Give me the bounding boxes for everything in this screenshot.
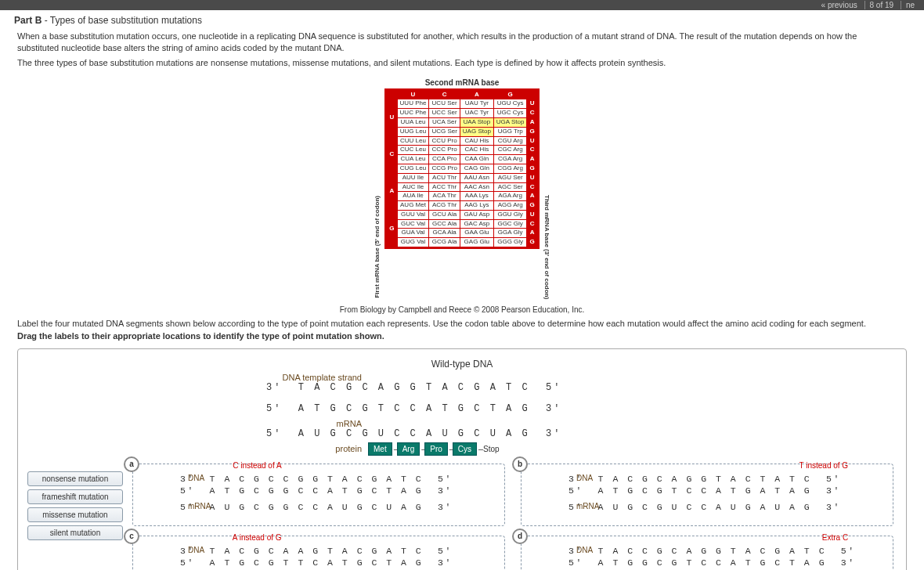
drag-drop-workspace: Wild-type DNA DNA template strand3' T A … (17, 348, 907, 570)
aa-chip: Stop (482, 443, 501, 455)
mutation-panel-d[interactable]: dExtra CDNA3' T A C C G C A G G T A C G … (521, 536, 893, 570)
mut-dna2: 5' A T G C G G C C A T G C T A G 3' (180, 485, 453, 496)
mut-dna1: 3' T A C G C A A G T A C G A T C 5' (180, 546, 453, 556)
codon-left-axis: First mRNA base (5' end of codon) (372, 194, 382, 300)
aa-chip: Met (368, 442, 392, 456)
wild-dna-bot: 5' A T G C G T C C A T G C T A G 3' (266, 403, 561, 414)
page-counter: 8 of 19 (864, 1, 899, 9)
panel-badge: a (124, 456, 139, 472)
mutation-grid: aC instead of ADNA3' T A C G C C G G T A… (126, 464, 900, 570)
codon-right-axis: Third mRNA base (3' end of codon) (542, 193, 552, 301)
wild-type-block: Wild-type DNA DNA template strand3' T A … (266, 359, 658, 456)
task-line1: Label the four mutated DNA segments show… (17, 319, 907, 328)
wild-type-title: Wild-type DNA (266, 359, 658, 370)
dna-label: DNA (576, 474, 593, 482)
panel-badge: d (512, 529, 528, 544)
mutation-note: Extra C (822, 533, 848, 542)
mutation-panel-c[interactable]: cA instead of GDNA3' T A C G C A A G T A… (132, 536, 505, 570)
mut-dna2: 5' A T G G C G T C C A T G C T A G 3' (568, 557, 856, 568)
drag-label[interactable]: silent mutation (27, 525, 123, 540)
dna-label: DNA (188, 546, 204, 554)
mutation-note: C instead of A (233, 461, 281, 470)
wild-dna-top: 3' T A C G C A G G T A C G A T C 5' (266, 382, 561, 393)
label-protein: protein (266, 444, 368, 453)
codon-top-caption: Second mRNA base (0, 78, 924, 87)
mut-dna1: 3' T A C G C C G G T A C G A T C 5' (180, 474, 453, 484)
aa-chip: Cys (453, 442, 477, 456)
dna-label: DNA (188, 474, 204, 482)
label-mrna: mRNA (266, 419, 368, 428)
aa-chip: Arg (397, 442, 420, 456)
intro-p1: When a base substitution mutation occurs… (17, 31, 883, 54)
mut-mrna: 5' A U G C G G C C A U G C U A G 3' (180, 502, 453, 512)
panel-badge: b (512, 456, 528, 472)
intro-p2: The three types of base substitution mut… (17, 57, 883, 69)
wild-protein-row: Met–Arg–Pro–Cys–Stop (368, 444, 503, 453)
part-label: Part B (14, 15, 42, 26)
part-title-text: Types of base substitution mutations (50, 15, 202, 26)
mutation-note: T instead of G (799, 461, 848, 470)
top-nav-bar: « previous 8 of 19 ne (0, 0, 924, 10)
intro-text: When a base substitution mutation occurs… (0, 27, 901, 75)
mut-mrna: 5' A U G C G U C C A U G A U A G 3' (568, 502, 841, 512)
mrna-label: mRNA (188, 502, 211, 510)
codon-table: UCAGUUUU PheUCU SerUAU TyrUGU CysUUUC Ph… (384, 88, 539, 250)
prev-link[interactable]: « previous (817, 1, 862, 9)
drag-label[interactable]: missense mutation (27, 507, 123, 522)
panel-badge: c (124, 529, 139, 544)
label-template-strand: DNA template strand (266, 373, 368, 382)
mut-dna1: 3' T A C C G C A G G T A C G A T C 5' (568, 546, 856, 556)
mutation-panel-a[interactable]: aC instead of ADNA3' T A C G C C G G T A… (132, 464, 505, 526)
figure-citation: From Biology by Campbell and Reece © 200… (0, 305, 924, 314)
part-header: Part B - Types of base substitution muta… (0, 10, 924, 27)
next-link[interactable]: ne (901, 1, 919, 9)
mut-dna2: 5' A T G C G T C C A T G A T A G 3' (568, 485, 841, 496)
part-sep: - (42, 15, 49, 26)
mutation-note: A instead of G (233, 533, 282, 542)
label-bank: nonsense mutationframeshift mutationmiss… (24, 464, 126, 570)
task-line2: Drag the labels to their appropriate loc… (17, 331, 907, 341)
dna-label: DNA (576, 546, 593, 554)
mrna-label: mRNA (576, 502, 599, 510)
wild-mrna: 5' A U G C G U C C A U G C U A G 3' (266, 428, 561, 439)
mut-dna1: 3' T A C G C A G G T A C T A T C 5' (568, 474, 841, 484)
mut-dna2: 5' A T G C G T T C A T G C T A G 3' (180, 557, 453, 568)
mutation-panel-b[interactable]: bT instead of GDNA3' T A C G C A G G T A… (521, 464, 893, 526)
drag-label[interactable]: nonsense mutation (27, 471, 123, 486)
drag-label[interactable]: frameshift mutation (27, 489, 123, 504)
aa-chip: Pro (424, 442, 448, 456)
